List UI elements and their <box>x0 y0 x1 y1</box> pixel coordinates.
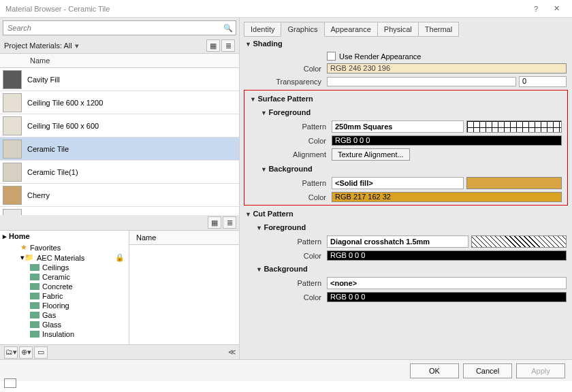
apply-button[interactable]: Apply <box>516 363 565 378</box>
category-icon <box>30 331 39 338</box>
close-icon[interactable]: ✕ <box>546 4 567 13</box>
new-material-button[interactable]: ⊕▾ <box>19 346 33 359</box>
material-item[interactable]: Ceramic Tile <box>0 137 239 161</box>
surface-pattern-header[interactable]: Surface Pattern <box>244 92 567 105</box>
tab-physical[interactable]: Physical <box>377 22 419 37</box>
right-pane: IdentityGraphicsAppearancePhysicalTherma… <box>240 18 572 359</box>
material-swatch <box>3 93 22 112</box>
use-render-label: Use Render Appearance <box>339 52 421 61</box>
material-label: Cherry <box>27 191 50 199</box>
help-icon[interactable]: ? <box>526 5 546 13</box>
cut-pattern-header[interactable]: Cut Pattern <box>240 207 572 220</box>
tree-node[interactable]: Insulation <box>0 329 129 339</box>
view-list-button-2[interactable]: ≣ <box>223 216 236 229</box>
material-swatch <box>3 186 22 205</box>
solid-pattern-preview <box>466 177 562 189</box>
shading-header[interactable]: Shading <box>240 37 572 50</box>
tree-node[interactable]: Glass <box>0 320 129 329</box>
search-field[interactable] <box>6 23 223 33</box>
tree-node[interactable]: Concrete <box>0 282 129 291</box>
surface-bg-header[interactable]: Background <box>244 162 567 176</box>
material-swatch <box>3 163 22 182</box>
material-label: Ceiling Tile 600 x 1200 <box>27 99 103 107</box>
tabs: IdentityGraphicsAppearancePhysicalTherma… <box>240 18 572 37</box>
surface-bg-pattern[interactable]: <Solid fill> <box>332 177 464 189</box>
collapse-icon[interactable]: ≪ <box>228 348 236 357</box>
tab-appearance[interactable]: Appearance <box>324 22 378 37</box>
aec-node: ▾ 📁AEC Materials🔒 <box>0 252 129 263</box>
texture-alignment-button[interactable]: Texture Alignment... <box>332 148 410 161</box>
home-node: ▸ Home <box>0 231 129 242</box>
name-column-header-2: Name <box>129 231 239 245</box>
category-icon <box>30 302 39 309</box>
filter-dropdown[interactable]: Project Materials: All▾ <box>4 42 205 50</box>
transparency-value[interactable]: 0 <box>519 76 567 87</box>
search-icon: 🔍 <box>223 24 233 33</box>
material-item[interactable]: Cherry <box>0 184 239 207</box>
material-label: Ceramic Tile <box>27 145 69 153</box>
surface-fg-header[interactable]: Foreground <box>244 105 567 119</box>
grid-pattern-preview <box>466 120 562 133</box>
tab-identity[interactable]: Identity <box>244 22 281 37</box>
library-tree[interactable]: ▸ Home ★Favorites ▾ 📁AEC Materials🔒 Ceil… <box>0 231 129 344</box>
tree-node[interactable]: Ceramic <box>0 272 129 282</box>
category-icon <box>30 312 39 318</box>
dialog-footer: OK Cancel Apply <box>0 359 572 381</box>
material-label: Cavity Fill <box>27 76 60 84</box>
material-label: Ceramic Tile(1) <box>27 168 78 176</box>
window-title: Material Browser - Ceramic Tile <box>5 5 526 13</box>
category-icon <box>30 274 39 280</box>
category-icon <box>30 293 39 299</box>
category-icon <box>30 321 39 328</box>
material-item[interactable]: Cavity Fill <box>0 68 239 91</box>
material-list[interactable]: Cavity FillCeiling Tile 600 x 1200Ceilin… <box>0 68 239 215</box>
hatch-pattern-preview <box>471 235 567 248</box>
search-input[interactable]: 🔍 <box>3 20 236 35</box>
cut-fg-color[interactable]: RGB 0 0 0 <box>327 250 567 261</box>
material-item[interactable]: Ceramic Tile(1) <box>0 161 239 184</box>
tab-graphics[interactable]: Graphics <box>281 22 324 37</box>
ok-button[interactable]: OK <box>410 363 459 378</box>
category-icon <box>30 264 39 271</box>
cut-bg-pattern[interactable]: <none> <box>327 277 567 289</box>
view-list-button[interactable]: ≣ <box>221 39 235 52</box>
material-item[interactable]: Ceiling Tile 600 x 600 <box>0 114 239 137</box>
surface-fg-pattern[interactable]: 250mm Squares <box>332 120 464 133</box>
cut-bg-header[interactable]: Background <box>240 262 572 276</box>
name-column-header: Name <box>0 54 239 68</box>
material-swatch <box>3 209 22 216</box>
title-bar: Material Browser - Ceramic Tile ? ✕ <box>0 0 572 18</box>
cut-fg-pattern[interactable]: Diagonal crosshatch 1.5mm <box>327 235 468 248</box>
surface-pattern-highlight: Surface Pattern Foreground Pattern250mm … <box>244 90 568 206</box>
tab-thermal[interactable]: Thermal <box>418 22 459 37</box>
tree-node[interactable]: Gas <box>0 310 129 320</box>
show-hide-button[interactable]: ▭ <box>34 346 48 359</box>
transparency-slider[interactable] <box>327 77 516 86</box>
cancel-button[interactable]: Cancel <box>463 363 512 378</box>
surface-fg-color[interactable]: RGB 0 0 0 <box>332 135 562 146</box>
view-grid-button[interactable]: ▦ <box>206 39 220 52</box>
cut-fg-header[interactable]: Foreground <box>240 220 572 234</box>
use-render-checkbox[interactable] <box>327 52 336 61</box>
shading-color-swatch[interactable]: RGB 246 230 196 <box>327 63 567 74</box>
asset-menu-button[interactable]: 🗂▾ <box>4 346 18 359</box>
material-swatch <box>3 70 22 89</box>
view-grid-button-2[interactable]: ▦ <box>208 216 221 229</box>
left-pane: 🔍 Project Materials: All▾ ▦ ≣ Name Cavit… <box>0 18 240 359</box>
preview-icon[interactable] <box>4 378 16 388</box>
material-label: Ceiling Tile 600 x 600 <box>27 122 99 130</box>
surface-bg-color[interactable]: RGB 217 162 32 <box>332 192 562 202</box>
material-item[interactable]: Ceiling Tile 600 x 1200 <box>0 91 239 114</box>
lock-icon: 🔒 <box>115 253 129 262</box>
tree-node[interactable]: Ceilings <box>0 263 129 272</box>
favorites-node: ★Favorites <box>0 242 129 252</box>
material-item[interactable]: Clad - White <box>0 207 239 215</box>
category-icon <box>30 283 39 290</box>
tree-node[interactable]: Flooring <box>0 301 129 310</box>
material-swatch <box>3 140 22 159</box>
cut-bg-color[interactable]: RGB 0 0 0 <box>327 292 567 302</box>
tree-node[interactable]: Fabric <box>0 291 129 301</box>
material-swatch <box>3 116 22 135</box>
